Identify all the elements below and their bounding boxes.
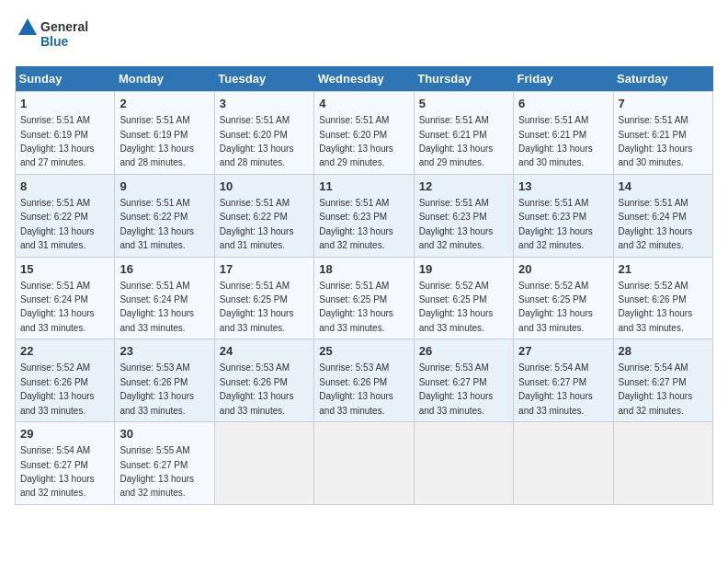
col-tuesday: Tuesday xyxy=(214,66,313,92)
day-info: Sunrise: 5:53 AMSunset: 6:26 PMDaylight:… xyxy=(220,362,294,415)
empty-day xyxy=(214,422,313,505)
day-number: 29 xyxy=(20,426,109,442)
day-info: Sunrise: 5:51 AMSunset: 6:24 PMDaylight:… xyxy=(119,281,194,333)
calendar-day-8: 8Sunrise: 5:51 AMSunset: 6:22 PMDaylight… xyxy=(16,174,115,257)
day-number: 19 xyxy=(419,261,508,278)
col-monday: Monday xyxy=(115,66,214,92)
day-number: 26 xyxy=(419,343,508,360)
col-saturday: Saturday xyxy=(613,66,712,92)
calendar-day-17: 17Sunrise: 5:51 AMSunset: 6:25 PMDayligh… xyxy=(214,257,313,339)
calendar-day-2: 2Sunrise: 5:51 AMSunset: 6:19 PMDaylight… xyxy=(115,92,214,175)
day-number: 11 xyxy=(319,178,408,195)
day-info: Sunrise: 5:51 AMSunset: 6:22 PMDaylight:… xyxy=(220,198,294,250)
col-friday: Friday xyxy=(514,66,613,92)
calendar-day-12: 12Sunrise: 5:51 AMSunset: 6:23 PMDayligh… xyxy=(414,174,513,257)
day-number: 24 xyxy=(220,343,309,360)
calendar-week-4: 22Sunrise: 5:52 AMSunset: 6:26 PMDayligh… xyxy=(16,339,713,422)
empty-day xyxy=(613,422,712,505)
day-info: Sunrise: 5:51 AMSunset: 6:22 PMDaylight:… xyxy=(20,198,95,250)
day-info: Sunrise: 5:54 AMSunset: 6:27 PMDaylight:… xyxy=(619,362,693,415)
day-info: Sunrise: 5:54 AMSunset: 6:27 PMDaylight:… xyxy=(518,362,593,415)
day-info: Sunrise: 5:51 AMSunset: 6:20 PMDaylight:… xyxy=(220,115,294,167)
day-info: Sunrise: 5:52 AMSunset: 6:25 PMDaylight:… xyxy=(518,281,593,333)
col-sunday: Sunday xyxy=(16,66,115,92)
col-thursday: Thursday xyxy=(414,66,513,92)
calendar-day-5: 5Sunrise: 5:51 AMSunset: 6:21 PMDaylight… xyxy=(414,92,513,175)
day-number: 16 xyxy=(119,261,209,278)
calendar-day-20: 20Sunrise: 5:52 AMSunset: 6:25 PMDayligh… xyxy=(514,257,613,339)
day-info: Sunrise: 5:51 AMSunset: 6:21 PMDaylight:… xyxy=(518,115,593,167)
calendar-day-16: 16Sunrise: 5:51 AMSunset: 6:24 PMDayligh… xyxy=(115,257,214,339)
svg-text:General: General xyxy=(40,19,88,34)
calendar-week-1: 1Sunrise: 5:51 AMSunset: 6:19 PMDaylight… xyxy=(16,92,713,175)
day-info: Sunrise: 5:51 AMSunset: 6:21 PMDaylight:… xyxy=(619,115,693,167)
calendar-day-22: 22Sunrise: 5:52 AMSunset: 6:26 PMDayligh… xyxy=(16,339,115,422)
day-number: 6 xyxy=(518,96,608,112)
day-info: Sunrise: 5:51 AMSunset: 6:24 PMDaylight:… xyxy=(20,281,95,333)
day-info: Sunrise: 5:53 AMSunset: 6:27 PMDaylight:… xyxy=(419,362,494,415)
calendar-day-26: 26Sunrise: 5:53 AMSunset: 6:27 PMDayligh… xyxy=(414,339,513,422)
calendar-day-18: 18Sunrise: 5:51 AMSunset: 6:25 PMDayligh… xyxy=(314,257,414,339)
day-number: 27 xyxy=(518,343,608,360)
day-number: 3 xyxy=(220,96,309,112)
calendar-day-11: 11Sunrise: 5:51 AMSunset: 6:23 PMDayligh… xyxy=(314,174,414,257)
calendar-day-1: 1Sunrise: 5:51 AMSunset: 6:19 PMDaylight… xyxy=(16,92,115,175)
calendar-day-10: 10Sunrise: 5:51 AMSunset: 6:22 PMDayligh… xyxy=(214,174,313,257)
day-number: 30 xyxy=(119,426,209,442)
day-number: 4 xyxy=(319,96,408,112)
calendar-day-9: 9Sunrise: 5:51 AMSunset: 6:22 PMDaylight… xyxy=(115,174,214,257)
day-number: 2 xyxy=(119,96,209,112)
calendar-day-3: 3Sunrise: 5:51 AMSunset: 6:20 PMDaylight… xyxy=(214,92,313,175)
calendar-day-28: 28Sunrise: 5:54 AMSunset: 6:27 PMDayligh… xyxy=(613,339,712,422)
calendar-day-24: 24Sunrise: 5:53 AMSunset: 6:26 PMDayligh… xyxy=(214,339,313,422)
calendar-day-14: 14Sunrise: 5:51 AMSunset: 6:24 PMDayligh… xyxy=(613,174,712,257)
day-info: Sunrise: 5:51 AMSunset: 6:24 PMDaylight:… xyxy=(619,198,693,250)
empty-day xyxy=(514,422,613,505)
day-number: 28 xyxy=(619,343,708,360)
day-info: Sunrise: 5:52 AMSunset: 6:26 PMDaylight:… xyxy=(619,281,693,333)
day-info: Sunrise: 5:51 AMSunset: 6:23 PMDaylight:… xyxy=(419,198,494,250)
calendar-day-30: 30Sunrise: 5:55 AMSunset: 6:27 PMDayligh… xyxy=(115,422,214,505)
day-info: Sunrise: 5:51 AMSunset: 6:21 PMDaylight:… xyxy=(419,115,494,167)
calendar-day-25: 25Sunrise: 5:53 AMSunset: 6:26 PMDayligh… xyxy=(314,339,414,422)
day-number: 1 xyxy=(20,96,109,112)
page-header: General Blue xyxy=(15,15,713,55)
day-info: Sunrise: 5:52 AMSunset: 6:25 PMDaylight:… xyxy=(419,281,494,333)
day-info: Sunrise: 5:54 AMSunset: 6:27 PMDaylight:… xyxy=(20,445,95,498)
day-number: 25 xyxy=(319,343,408,360)
col-wednesday: Wednesday xyxy=(314,66,414,92)
day-number: 23 xyxy=(119,343,209,360)
svg-marker-2 xyxy=(18,18,37,35)
header-row: Sunday Monday Tuesday Wednesday Thursday… xyxy=(16,66,713,92)
day-info: Sunrise: 5:53 AMSunset: 6:26 PMDaylight:… xyxy=(319,362,393,415)
calendar-day-6: 6Sunrise: 5:51 AMSunset: 6:21 PMDaylight… xyxy=(514,92,613,175)
logo-svg: General Blue xyxy=(15,15,97,55)
day-info: Sunrise: 5:51 AMSunset: 6:19 PMDaylight:… xyxy=(119,115,194,167)
calendar-week-2: 8Sunrise: 5:51 AMSunset: 6:22 PMDaylight… xyxy=(16,174,713,257)
day-info: Sunrise: 5:51 AMSunset: 6:19 PMDaylight:… xyxy=(20,115,95,167)
day-info: Sunrise: 5:52 AMSunset: 6:26 PMDaylight:… xyxy=(20,362,95,415)
calendar-week-3: 15Sunrise: 5:51 AMSunset: 6:24 PMDayligh… xyxy=(16,257,713,339)
day-number: 18 xyxy=(319,261,408,278)
day-info: Sunrise: 5:51 AMSunset: 6:23 PMDaylight:… xyxy=(518,198,593,250)
day-info: Sunrise: 5:51 AMSunset: 6:20 PMDaylight:… xyxy=(319,115,393,167)
calendar-table: Sunday Monday Tuesday Wednesday Thursday… xyxy=(15,66,713,505)
empty-day xyxy=(414,422,513,505)
day-number: 5 xyxy=(419,96,508,112)
day-number: 10 xyxy=(220,178,309,195)
day-number: 8 xyxy=(20,178,109,195)
day-info: Sunrise: 5:51 AMSunset: 6:23 PMDaylight:… xyxy=(319,198,393,250)
day-info: Sunrise: 5:53 AMSunset: 6:26 PMDaylight:… xyxy=(119,362,194,415)
day-info: Sunrise: 5:51 AMSunset: 6:25 PMDaylight:… xyxy=(319,281,393,333)
empty-day xyxy=(314,422,414,505)
day-info: Sunrise: 5:51 AMSunset: 6:22 PMDaylight:… xyxy=(119,198,194,250)
day-number: 12 xyxy=(419,178,508,195)
day-number: 22 xyxy=(20,343,109,360)
day-number: 21 xyxy=(619,261,708,278)
day-number: 17 xyxy=(220,261,309,278)
logo: General Blue xyxy=(15,15,97,55)
day-number: 14 xyxy=(619,178,708,195)
day-number: 20 xyxy=(518,261,608,278)
calendar-day-15: 15Sunrise: 5:51 AMSunset: 6:24 PMDayligh… xyxy=(16,257,115,339)
day-number: 9 xyxy=(119,178,209,195)
